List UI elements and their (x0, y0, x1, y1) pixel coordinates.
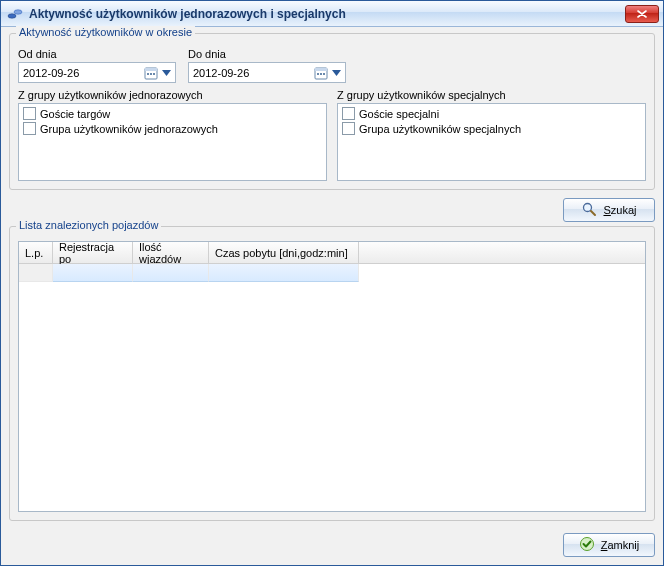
svg-rect-6 (153, 73, 155, 75)
column-rejestracja[interactable]: Rejestracja po (53, 242, 133, 263)
grid-body (19, 264, 645, 511)
onetime-item-0[interactable]: Goście targów (23, 106, 322, 121)
onetime-group-col: Z grupy użytkowników jednorazowych Gości… (18, 89, 327, 181)
special-listbox[interactable]: Goście specjalni Grupa użytkowników spec… (337, 103, 646, 181)
special-group-col: Z grupy użytkowników specjalnych Goście … (337, 89, 646, 181)
cell-rejestracja (53, 264, 133, 282)
svg-rect-4 (147, 73, 149, 75)
dropdown-icon[interactable] (330, 63, 343, 82)
groups-row: Z grupy użytkowników jednorazowych Gości… (18, 89, 646, 181)
onetime-item-1[interactable]: Grupa użytkowników jednorazowych (23, 121, 322, 136)
content-area: Aktywność użytkowników w okresie Od dnia… (1, 27, 663, 565)
search-button-label: Szukaj (603, 204, 636, 216)
svg-point-1 (14, 9, 22, 13)
special-item-0[interactable]: Goście specjalni (342, 106, 641, 121)
magnifier-icon (581, 201, 597, 219)
calendar-icon[interactable] (313, 65, 329, 81)
svg-rect-10 (320, 73, 322, 75)
svg-point-0 (8, 13, 16, 17)
column-ilosc[interactable]: Ilość wjazdów (133, 242, 209, 263)
onetime-item-1-label: Grupa użytkowników jednorazowych (40, 123, 218, 135)
window-title: Aktywność użytkowników jednorazowych i s… (29, 7, 625, 21)
search-button[interactable]: Szukaj (563, 198, 655, 222)
table-row[interactable] (19, 264, 645, 282)
special-item-1-label: Grupa użytkowników specjalnych (359, 123, 521, 135)
close-button-label: Zamknij (601, 539, 640, 551)
date-to-field[interactable]: 2012-09-26 (188, 62, 346, 83)
checkbox-icon[interactable] (342, 122, 355, 135)
to-label: Do dnia (188, 48, 346, 60)
date-to-col: Do dnia 2012-09-26 (188, 48, 346, 83)
date-from-value: 2012-09-26 (23, 67, 143, 79)
svg-rect-11 (323, 73, 325, 75)
close-window-button[interactable] (625, 5, 659, 23)
checkbox-icon[interactable] (342, 107, 355, 120)
date-to-value: 2012-09-26 (193, 67, 313, 79)
from-label: Od dnia (18, 48, 176, 60)
svg-rect-5 (150, 73, 152, 75)
date-from-col: Od dnia 2012-09-26 (18, 48, 176, 83)
period-legend: Aktywność użytkowników w okresie (16, 26, 195, 38)
special-group-label: Z grupy użytkowników specjalnych (337, 89, 646, 101)
svg-rect-9 (317, 73, 319, 75)
checkbox-icon[interactable] (23, 107, 36, 120)
cell-ilosc (133, 264, 209, 282)
calendar-icon[interactable] (143, 65, 159, 81)
onetime-group-label: Z grupy użytkowników jednorazowych (18, 89, 327, 101)
titlebar: Aktywność użytkowników jednorazowych i s… (1, 1, 663, 27)
svg-rect-3 (145, 68, 157, 71)
column-czas[interactable]: Czas pobytu [dni,godz:min] (209, 242, 359, 263)
check-icon (579, 536, 595, 554)
onetime-item-0-label: Goście targów (40, 108, 110, 120)
results-grid[interactable]: L.p. Rejestracja po Ilość wjazdów Czas p… (18, 241, 646, 512)
cell-czas (209, 264, 359, 282)
cell-lp (19, 264, 53, 282)
date-row: Od dnia 2012-09-26 (18, 48, 646, 83)
special-item-1[interactable]: Grupa użytkowników specjalnych (342, 121, 641, 136)
dropdown-icon[interactable] (160, 63, 173, 82)
date-from-field[interactable]: 2012-09-26 (18, 62, 176, 83)
period-fieldset: Aktywność użytkowników w okresie Od dnia… (9, 33, 655, 190)
column-lp[interactable]: L.p. (19, 242, 53, 263)
grid-header: L.p. Rejestracja po Ilość wjazdów Czas p… (19, 242, 645, 264)
svg-rect-8 (315, 68, 327, 71)
close-button[interactable]: Zamknij (563, 533, 655, 557)
checkbox-icon[interactable] (23, 122, 36, 135)
special-item-0-label: Goście specjalni (359, 108, 439, 120)
onetime-listbox[interactable]: Goście targów Grupa użytkowników jednora… (18, 103, 327, 181)
app-icon (7, 6, 23, 22)
results-legend: Lista znalezionych pojazdów (16, 219, 161, 231)
results-fieldset: Lista znalezionych pojazdów L.p. Rejestr… (9, 226, 655, 521)
dialog-window: Aktywność użytkowników jednorazowych i s… (0, 0, 664, 566)
bottom-button-row: Zamknij (9, 527, 655, 557)
